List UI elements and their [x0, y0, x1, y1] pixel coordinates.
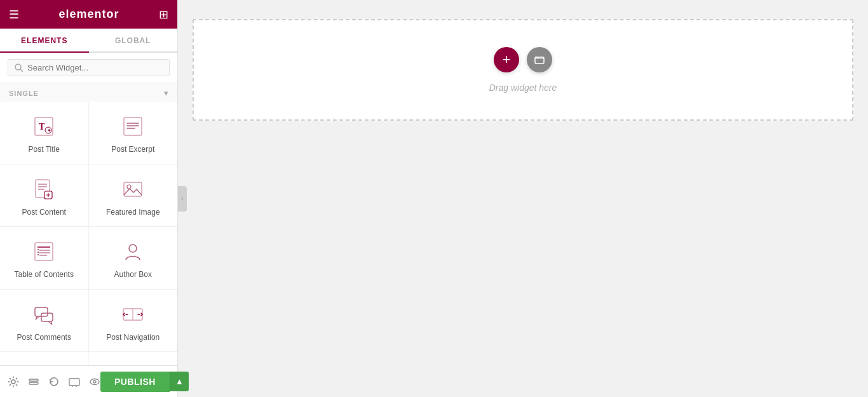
- widget-post-comments[interactable]: Post Comments: [0, 290, 89, 353]
- widget-post-navigation[interactable]: Post Navigation: [89, 290, 178, 353]
- post-navigation-icon: [119, 301, 146, 328]
- tab-global[interactable]: GLOBAL: [89, 29, 178, 51]
- chevron-left-icon: ‹: [181, 195, 183, 202]
- svg-point-43: [90, 379, 99, 384]
- widget-post-excerpt-label: Post Excerpt: [111, 145, 154, 155]
- widget-post-comments-label: Post Comments: [17, 333, 71, 343]
- widget-featured-image[interactable]: Featured Image: [89, 165, 178, 227]
- widget-post-excerpt[interactable]: Post Excerpt: [89, 102, 178, 165]
- section-single[interactable]: SINGLE ▾: [0, 83, 177, 102]
- tab-elements[interactable]: ELEMENTS: [0, 29, 89, 53]
- post-title-icon: T ✦: [31, 113, 57, 140]
- add-section-button[interactable]: +: [494, 47, 519, 72]
- post-comments-icon: [31, 301, 57, 328]
- widget-featured-image-label: Featured Image: [106, 208, 160, 218]
- add-template-button[interactable]: [527, 47, 552, 72]
- widget-table-of-contents-label: Table of Contents: [15, 270, 74, 280]
- search-icon: [15, 64, 23, 72]
- app-title: elementor: [58, 8, 119, 21]
- search-input[interactable]: [27, 63, 163, 72]
- svg-point-18: [127, 185, 131, 189]
- preview-icon[interactable]: [89, 376, 100, 387]
- responsive-icon[interactable]: [69, 376, 80, 387]
- svg-point-27: [129, 245, 137, 252]
- drag-widget-label: Drag widget here: [489, 83, 557, 93]
- svg-rect-17: [124, 182, 142, 196]
- svg-point-44: [93, 380, 96, 383]
- drop-buttons: +: [494, 47, 552, 72]
- hamburger-icon[interactable]: ☰: [9, 8, 19, 22]
- svg-rect-6: [124, 118, 142, 135]
- author-box-icon: [119, 238, 146, 265]
- widget-author-box-label: Author Box: [114, 270, 152, 280]
- chevron-down-icon: ▾: [164, 88, 168, 98]
- layers-icon[interactable]: [28, 376, 39, 387]
- panel-collapse-handle[interactable]: ‹: [178, 186, 187, 212]
- grid-icon[interactable]: ⊞: [159, 8, 168, 22]
- widgets-grid: T ✦ Post Title Post Excerpt: [0, 102, 177, 365]
- settings-icon[interactable]: [8, 376, 19, 387]
- more-widget-icon: [31, 363, 57, 365]
- publish-button[interactable]: PUBLISH: [100, 372, 170, 392]
- widget-post-content-label: Post Content: [22, 208, 66, 218]
- panel-tabs: ELEMENTS GLOBAL: [0, 29, 177, 53]
- svg-rect-26: [37, 254, 39, 255]
- publish-btn-wrap: PUBLISH ▲: [100, 372, 189, 392]
- svg-rect-24: [37, 249, 39, 250]
- svg-rect-39: [29, 382, 38, 384]
- search-input-wrap: [8, 59, 170, 76]
- history-icon[interactable]: [48, 376, 60, 387]
- panel-header: ☰ elementor ⊞: [0, 0, 177, 29]
- post-content-icon: [31, 176, 57, 203]
- left-panel: ☰ elementor ⊞ ELEMENTS GLOBAL SINGLE ▾: [0, 0, 178, 397]
- svg-point-37: [11, 380, 15, 384]
- widget-more[interactable]: [0, 352, 89, 365]
- publish-arrow-button[interactable]: ▲: [170, 372, 189, 391]
- search-box: [0, 53, 177, 83]
- widget-post-navigation-label: Post Navigation: [106, 333, 159, 343]
- svg-rect-38: [29, 379, 38, 381]
- svg-text:✦: ✦: [47, 128, 51, 133]
- canvas-drop-area[interactable]: + Drag widget here: [193, 19, 853, 121]
- widget-author-box[interactable]: Author Box: [89, 227, 178, 290]
- widget-post-title-label: Post Title: [29, 145, 60, 155]
- main-canvas: + Drag widget here: [178, 0, 868, 397]
- svg-rect-40: [69, 379, 79, 386]
- svg-rect-29: [41, 313, 53, 321]
- svg-text:T: T: [39, 122, 45, 131]
- svg-line-1: [20, 69, 23, 72]
- bottom-toolbar: PUBLISH ▲: [0, 365, 177, 397]
- widget-post-content[interactable]: Post Content: [0, 165, 89, 227]
- svg-rect-25: [37, 252, 39, 253]
- toolbar-icons: [8, 376, 100, 387]
- featured-image-icon: [119, 176, 146, 203]
- section-label-text: SINGLE: [9, 90, 39, 97]
- post-excerpt-icon: [119, 113, 146, 140]
- widget-table-of-contents[interactable]: Table of Contents: [0, 227, 89, 290]
- widget-post-title[interactable]: T ✦ Post Title: [0, 102, 89, 165]
- table-of-contents-icon: [31, 238, 57, 265]
